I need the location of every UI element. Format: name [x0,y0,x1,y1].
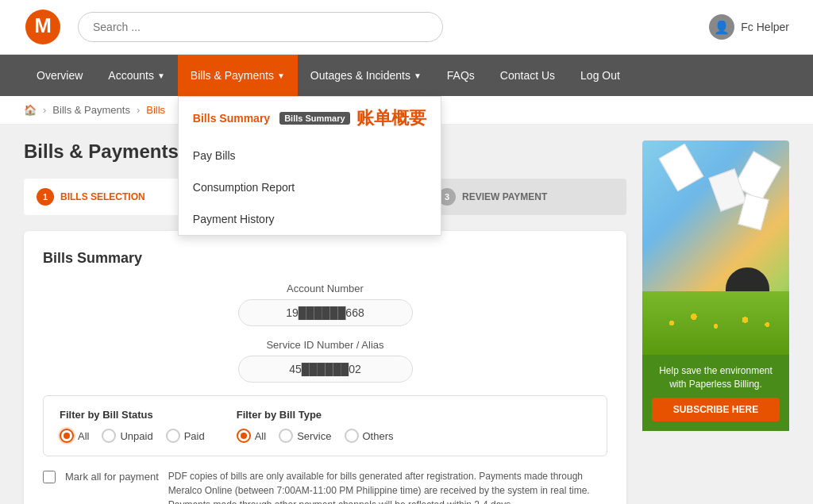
breadcrumb-sep2: › [137,104,140,116]
filter-bill-status-label: Filter by Bill Status [60,409,205,421]
bills-summary-card: Bills Summary Account Number 19██████668… [24,231,626,504]
user-name: Fc Helper [741,21,789,33]
logo[interactable]: M [24,8,62,46]
radio-type-all-label: All [255,430,266,442]
dropdown-consumption-report[interactable]: Consumption Report [179,171,441,203]
step-1-num: 1 [37,188,54,206]
radio-status-paid[interactable]: Paid [166,429,205,443]
account-number-label: Account Number [43,283,607,294]
account-number-group: Account Number 19██████668 [43,283,607,326]
radio-type-service-label: Service [297,430,331,442]
subscribe-button[interactable]: SUBSCRIBE HERE [652,398,780,421]
note-row: Mark all for payment PDF copies of bills… [43,469,607,504]
bills-arrow: ▼ [277,71,285,80]
ad-tagline: Help save the environment with Paperless… [659,365,773,390]
search-container [78,12,443,42]
filter-type-options: All Service Others [237,429,394,443]
nav-logout[interactable]: Log Out [568,55,633,96]
ad-image [642,140,789,355]
chinese-label: 账单概要 [356,106,426,130]
breadcrumb-sep1: › [43,104,46,116]
nav-accounts[interactable]: Accounts ▼ [95,55,178,96]
radio-type-service-indicator [279,429,293,443]
mark-all-label[interactable]: Mark all for payment [65,469,159,483]
filter-bill-type-label: Filter by Bill Type [237,409,394,421]
bills-summary-tooltip: Bills Summary [279,112,349,125]
radio-type-others-indicator [345,429,359,443]
service-id-group: Service ID Number / Alias 45██████02 [43,339,607,383]
nav-bar: Overview Accounts ▼ Bills & Payments ▼ B… [0,55,813,96]
flying-paper-4 [659,144,704,192]
filter-bill-status: Filter by Bill Status All Unpaid [60,409,205,443]
filter-section: Filter by Bill Status All Unpaid [43,395,607,456]
breadcrumb-home[interactable]: 🏠 [24,104,37,116]
radio-type-all-indicator [237,429,251,443]
radio-status-all-label: All [78,430,89,442]
step-3-label: REVIEW PAYMENT [462,191,547,202]
nav-outages[interactable]: Outages & Incidents ▼ [298,55,434,96]
ad-bottom: Help save the environment with Paperless… [642,355,789,431]
filter-status-options: All Unpaid Paid [60,429,205,443]
service-id-value: 45██████02 [238,356,413,383]
radio-status-all[interactable]: All [60,429,89,443]
radio-status-unpaid-indicator [102,429,116,443]
step-3: 3 REVIEW PAYMENT [426,179,626,215]
search-input[interactable] [78,12,443,42]
radio-status-paid-indicator [166,429,180,443]
mark-all-checkbox[interactable] [43,471,56,483]
radio-type-service[interactable]: Service [279,429,331,443]
nav-bills-payments[interactable]: Bills & Payments ▼ Bills Summary Bills S… [178,55,298,96]
radio-status-paid-label: Paid [184,430,205,442]
nav-contact[interactable]: Contact Us [487,55,568,96]
note-text: PDF copies of bills are only available f… [168,469,607,504]
card-title: Bills Summary [43,250,607,267]
outages-arrow: ▼ [414,71,422,80]
breadcrumb-bills-payments[interactable]: Bills & Payments [52,104,130,116]
svg-text:M: M [34,13,52,37]
radio-type-all[interactable]: All [237,429,266,443]
nav-overview[interactable]: Overview [24,55,95,96]
sidebar-ad: Help save the environment with Paperless… [642,140,789,504]
breadcrumb-current: Bills [146,104,165,116]
user-area: 👤 Fc Helper [709,14,789,40]
top-bar: M 👤 Fc Helper [0,0,813,55]
bills-dropdown: Bills Summary Bills Summary 账单概要 Pay Bil… [178,96,441,236]
dropdown-pay-bills[interactable]: Pay Bills [179,140,441,171]
nav-faqs[interactable]: FAQs [434,55,487,96]
user-icon: 👤 [709,14,734,40]
filter-bill-type: Filter by Bill Type All Service Other [237,409,394,443]
radio-type-others-label: Others [363,430,394,442]
dropdown-bills-summary[interactable]: Bills Summary Bills Summary 账单概要 [179,97,441,140]
dropdown-payment-history[interactable]: Payment History [179,203,441,235]
flowers [642,307,789,339]
service-id-label: Service ID Number / Alias [43,339,607,351]
step-1-label: BILLS SELECTION [60,191,145,202]
account-number-value: 19██████668 [238,299,413,326]
radio-status-unpaid[interactable]: Unpaid [102,429,152,443]
radio-status-unpaid-label: Unpaid [120,430,152,442]
accounts-arrow: ▼ [157,71,165,80]
radio-status-all-indicator [60,429,74,443]
radio-type-others[interactable]: Others [345,429,394,443]
